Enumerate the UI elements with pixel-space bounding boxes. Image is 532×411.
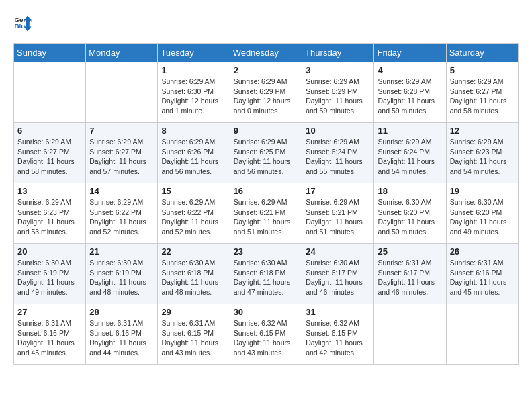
day-detail: Sunrise: 6:29 AM Sunset: 6:26 PM Dayligh… xyxy=(161,137,226,177)
day-detail: Sunrise: 6:29 AM Sunset: 6:21 PM Dayligh… xyxy=(306,197,370,237)
calendar-cell: 17Sunrise: 6:29 AM Sunset: 6:21 PM Dayli… xyxy=(302,183,374,244)
day-number: 30 xyxy=(234,307,299,317)
day-detail: Sunrise: 6:31 AM Sunset: 6:16 PM Dayligh… xyxy=(450,258,515,298)
calendar-cell: 19Sunrise: 6:30 AM Sunset: 6:20 PM Dayli… xyxy=(446,183,518,244)
weekday-header-monday: Monday xyxy=(86,44,158,62)
day-detail: Sunrise: 6:30 AM Sunset: 6:20 PM Dayligh… xyxy=(378,197,442,237)
calendar-cell: 22Sunrise: 6:30 AM Sunset: 6:18 PM Dayli… xyxy=(158,244,230,304)
day-detail: Sunrise: 6:30 AM Sunset: 6:18 PM Dayligh… xyxy=(234,258,299,298)
calendar-cell: 15Sunrise: 6:29 AM Sunset: 6:22 PM Dayli… xyxy=(158,183,230,244)
day-detail: Sunrise: 6:29 AM Sunset: 6:23 PM Dayligh… xyxy=(450,137,515,177)
week-row-4: 20Sunrise: 6:30 AM Sunset: 6:19 PM Dayli… xyxy=(14,244,519,304)
weekday-header-wednesday: Wednesday xyxy=(230,44,302,62)
day-detail: Sunrise: 6:29 AM Sunset: 6:24 PM Dayligh… xyxy=(306,137,370,177)
day-detail: Sunrise: 6:31 AM Sunset: 6:15 PM Dayligh… xyxy=(161,318,226,358)
week-row-3: 13Sunrise: 6:29 AM Sunset: 6:23 PM Dayli… xyxy=(14,183,519,244)
day-detail: Sunrise: 6:29 AM Sunset: 6:28 PM Dayligh… xyxy=(378,77,442,116)
day-detail: Sunrise: 6:29 AM Sunset: 6:29 PM Dayligh… xyxy=(234,77,299,116)
day-number: 18 xyxy=(378,186,442,196)
day-number: 16 xyxy=(234,186,299,196)
day-detail: Sunrise: 6:32 AM Sunset: 6:15 PM Dayligh… xyxy=(234,318,299,358)
calendar-cell: 20Sunrise: 6:30 AM Sunset: 6:19 PM Dayli… xyxy=(14,244,86,304)
calendar-cell: 18Sunrise: 6:30 AM Sunset: 6:20 PM Dayli… xyxy=(374,183,446,244)
calendar-cell: 25Sunrise: 6:31 AM Sunset: 6:17 PM Dayli… xyxy=(374,244,446,304)
day-number: 26 xyxy=(450,246,515,257)
day-number: 3 xyxy=(306,65,370,75)
day-number: 23 xyxy=(234,246,299,257)
day-number: 5 xyxy=(450,65,515,75)
day-detail: Sunrise: 6:29 AM Sunset: 6:22 PM Dayligh… xyxy=(161,197,226,237)
calendar-cell: 14Sunrise: 6:29 AM Sunset: 6:22 PM Dayli… xyxy=(86,183,158,244)
day-detail: Sunrise: 6:29 AM Sunset: 6:27 PM Dayligh… xyxy=(89,137,154,177)
day-detail: Sunrise: 6:29 AM Sunset: 6:24 PM Dayligh… xyxy=(378,137,442,177)
weekday-header-tuesday: Tuesday xyxy=(158,44,230,62)
day-detail: Sunrise: 6:29 AM Sunset: 6:27 PM Dayligh… xyxy=(17,137,82,177)
day-number: 4 xyxy=(378,65,442,75)
day-detail: Sunrise: 6:30 AM Sunset: 6:17 PM Dayligh… xyxy=(306,258,370,298)
day-detail: Sunrise: 6:29 AM Sunset: 6:23 PM Dayligh… xyxy=(17,197,82,237)
day-detail: Sunrise: 6:29 AM Sunset: 6:30 PM Dayligh… xyxy=(161,77,226,116)
day-number: 24 xyxy=(306,246,370,257)
calendar-cell: 13Sunrise: 6:29 AM Sunset: 6:23 PM Dayli… xyxy=(14,183,86,244)
day-number: 8 xyxy=(161,126,226,136)
day-number: 25 xyxy=(378,246,442,257)
day-number: 9 xyxy=(234,126,299,136)
day-number: 29 xyxy=(161,307,226,317)
calendar-cell xyxy=(374,304,446,365)
weekday-header-friday: Friday xyxy=(374,44,446,62)
day-detail: Sunrise: 6:32 AM Sunset: 6:15 PM Dayligh… xyxy=(306,318,370,358)
day-detail: Sunrise: 6:29 AM Sunset: 6:21 PM Dayligh… xyxy=(234,197,299,237)
day-detail: Sunrise: 6:31 AM Sunset: 6:16 PM Dayligh… xyxy=(17,318,82,358)
calendar-cell: 16Sunrise: 6:29 AM Sunset: 6:21 PM Dayli… xyxy=(230,183,302,244)
day-number: 6 xyxy=(17,126,82,136)
day-number: 17 xyxy=(306,186,370,196)
day-detail: Sunrise: 6:29 AM Sunset: 6:25 PM Dayligh… xyxy=(234,137,299,177)
calendar-cell: 3Sunrise: 6:29 AM Sunset: 6:29 PM Daylig… xyxy=(302,62,374,123)
day-number: 27 xyxy=(17,307,82,317)
day-number: 20 xyxy=(17,246,82,257)
day-detail: Sunrise: 6:30 AM Sunset: 6:18 PM Dayligh… xyxy=(161,258,226,298)
day-number: 22 xyxy=(161,246,226,257)
week-row-2: 6Sunrise: 6:29 AM Sunset: 6:27 PM Daylig… xyxy=(14,123,519,183)
calendar-cell: 9Sunrise: 6:29 AM Sunset: 6:25 PM Daylig… xyxy=(230,123,302,183)
day-number: 10 xyxy=(306,126,370,136)
weekday-header-sunday: Sunday xyxy=(14,44,86,62)
calendar-cell: 8Sunrise: 6:29 AM Sunset: 6:26 PM Daylig… xyxy=(158,123,230,183)
calendar-cell xyxy=(446,304,518,365)
calendar-cell: 24Sunrise: 6:30 AM Sunset: 6:17 PM Dayli… xyxy=(302,244,374,304)
day-number: 11 xyxy=(378,126,442,136)
day-detail: Sunrise: 6:30 AM Sunset: 6:19 PM Dayligh… xyxy=(89,258,154,298)
calendar-cell: 6Sunrise: 6:29 AM Sunset: 6:27 PM Daylig… xyxy=(14,123,86,183)
weekday-header-row: SundayMondayTuesdayWednesdayThursdayFrid… xyxy=(14,44,519,62)
weekday-header-saturday: Saturday xyxy=(446,44,518,62)
calendar-cell: 7Sunrise: 6:29 AM Sunset: 6:27 PM Daylig… xyxy=(86,123,158,183)
calendar-cell: 28Sunrise: 6:31 AM Sunset: 6:16 PM Dayli… xyxy=(86,304,158,365)
calendar-cell xyxy=(14,62,86,123)
calendar-cell: 11Sunrise: 6:29 AM Sunset: 6:24 PM Dayli… xyxy=(374,123,446,183)
calendar-table: SundayMondayTuesdayWednesdayThursdayFrid… xyxy=(13,43,519,365)
day-detail: Sunrise: 6:31 AM Sunset: 6:16 PM Dayligh… xyxy=(89,318,154,358)
calendar-cell: 10Sunrise: 6:29 AM Sunset: 6:24 PM Dayli… xyxy=(302,123,374,183)
calendar-cell: 21Sunrise: 6:30 AM Sunset: 6:19 PM Dayli… xyxy=(86,244,158,304)
logo: General Blue xyxy=(13,13,32,32)
calendar-cell: 31Sunrise: 6:32 AM Sunset: 6:15 PM Dayli… xyxy=(302,304,374,365)
day-detail: Sunrise: 6:30 AM Sunset: 6:20 PM Dayligh… xyxy=(450,197,515,237)
weekday-header-thursday: Thursday xyxy=(302,44,374,62)
calendar-cell: 30Sunrise: 6:32 AM Sunset: 6:15 PM Dayli… xyxy=(230,304,302,365)
day-detail: Sunrise: 6:29 AM Sunset: 6:29 PM Dayligh… xyxy=(306,77,370,116)
page-header: General Blue xyxy=(13,13,519,32)
day-detail: Sunrise: 6:30 AM Sunset: 6:19 PM Dayligh… xyxy=(17,258,82,298)
day-detail: Sunrise: 6:31 AM Sunset: 6:17 PM Dayligh… xyxy=(378,258,442,298)
calendar-cell: 2Sunrise: 6:29 AM Sunset: 6:29 PM Daylig… xyxy=(230,62,302,123)
calendar-cell: 1Sunrise: 6:29 AM Sunset: 6:30 PM Daylig… xyxy=(158,62,230,123)
calendar-cell: 29Sunrise: 6:31 AM Sunset: 6:15 PM Dayli… xyxy=(158,304,230,365)
day-number: 1 xyxy=(161,65,226,75)
week-row-1: 1Sunrise: 6:29 AM Sunset: 6:30 PM Daylig… xyxy=(14,62,519,123)
day-number: 21 xyxy=(89,246,154,257)
day-detail: Sunrise: 6:29 AM Sunset: 6:27 PM Dayligh… xyxy=(450,77,515,116)
day-detail: Sunrise: 6:29 AM Sunset: 6:22 PM Dayligh… xyxy=(89,197,154,237)
day-number: 19 xyxy=(450,186,515,196)
calendar-cell: 5Sunrise: 6:29 AM Sunset: 6:27 PM Daylig… xyxy=(446,62,518,123)
day-number: 13 xyxy=(17,186,82,196)
day-number: 15 xyxy=(161,186,226,196)
